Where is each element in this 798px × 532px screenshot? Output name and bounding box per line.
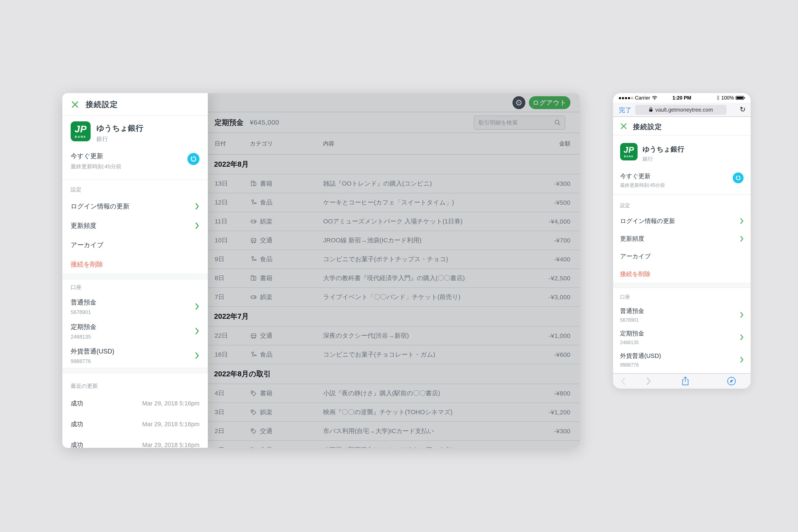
game-controller-icon <box>250 293 257 301</box>
settings-item[interactable]: アーカイブ <box>62 235 208 254</box>
transaction-row[interactable]: 9日 食品 コンビニでお菓子(ポテトチップス・チョコ) -¥400 <box>208 250 580 269</box>
compass-button[interactable] <box>727 377 736 386</box>
transaction-date: 22日 <box>215 331 250 340</box>
tag-icon <box>250 390 257 397</box>
transaction-description: コンビニでお菓子(ポテトチップス・チョコ) <box>323 255 554 264</box>
food-icon <box>250 351 257 358</box>
transaction-category: 書籍 <box>260 389 272 398</box>
transaction-category: 交通 <box>260 331 272 340</box>
transaction-description: コンビニでお菓子(チョコレート・ガム) <box>323 350 554 359</box>
transaction-row[interactable]: 4日 書籍 小説『夜の静けさ』購入(駅前の〇〇書店) -¥800 <box>208 384 580 403</box>
transaction-row[interactable]: 10日 交通 JROO線 新宿→池袋(ICカード利用) -¥700 <box>208 231 580 250</box>
search-input[interactable] <box>474 119 554 126</box>
group-separator <box>62 274 208 279</box>
transaction-row[interactable]: 13日 書籍 雑誌『OOトレンド』の購入(コンビニ) -¥300 <box>208 174 580 193</box>
account-item[interactable]: 外貨普通(USD) 9988776 <box>613 348 750 371</box>
food-icon <box>250 256 257 263</box>
carrier-label: ●●●●○ Carrier <box>619 95 650 101</box>
bank-type: 銀行 <box>96 135 108 143</box>
account-item[interactable]: 外貨普通(USD) 9988776 <box>62 343 208 368</box>
transaction-row[interactable]: 3日 娯楽 映画『〇〇の逆襲』チケット(TOHOシネマズ) -¥1,200 <box>208 403 580 422</box>
book-icon <box>250 180 257 187</box>
settings-item[interactable]: 更新頻度 <box>62 216 208 235</box>
settings-item[interactable]: 接続を削除 <box>613 265 750 283</box>
account-item[interactable]: 定期預金 2468135 <box>613 326 750 348</box>
phone-accounts-list: 普通預金 5678901 定期預金 2468135 外貨普通(USD) <box>613 304 750 371</box>
share-button[interactable] <box>681 376 689 386</box>
tag-icon <box>250 446 257 448</box>
transaction-category: 書籍 <box>260 179 272 188</box>
back-button[interactable] <box>621 377 626 385</box>
settings-item[interactable]: ログイン情報の更新 <box>613 212 750 230</box>
bank-logo: JP BANK <box>71 121 91 141</box>
account-item[interactable]: 定期預金 2468135 <box>62 319 208 343</box>
month-section-header: 2022年8月の取引 <box>208 364 580 384</box>
transaction-description: 深夜のタクシー代(渋谷→新宿) <box>323 331 549 340</box>
chevron-right-icon <box>195 328 199 335</box>
logout-button[interactable]: ログアウト <box>529 96 570 109</box>
settings-list: ログイン情報の更新 更新頻度 アーカイブ <box>62 196 208 274</box>
transaction-row[interactable]: 12日 食品 ケーキとコーヒー(カフェ「スイートタイム」) -¥500 <box>208 193 580 212</box>
chevron-right-icon <box>740 357 744 363</box>
done-button[interactable]: 完了 <box>619 106 631 114</box>
bank-info-block: JP BANK ゆうちょ銀行 銀行 今すぐ更新 最終更新時刻:45分前 <box>62 116 208 180</box>
transaction-row[interactable]: 8日 書籍 大学の教科書『現代経済学入門』の購入(〇〇書店) -¥2,500 <box>208 269 580 288</box>
transaction-category: 書籍 <box>260 274 272 282</box>
transaction-amount: -¥1,000 <box>549 332 570 339</box>
settings-item[interactable]: ログイン情報の更新 <box>62 196 208 216</box>
month-section-header: 2022年8月 <box>208 155 580 174</box>
recent-update-row: 成功 Mar 29, 2018 5:16pm <box>62 414 208 435</box>
chevron-right-icon <box>740 218 744 224</box>
recent-update-row: 成功 Mar 29, 2018 5:16pm <box>62 393 208 414</box>
col-amount: 金額 <box>559 140 570 147</box>
account-item[interactable]: 普通預金 5678901 <box>62 294 208 319</box>
transaction-category: 娯楽 <box>260 408 272 416</box>
transaction-amount: -¥3,000 <box>549 293 570 301</box>
transaction-row[interactable]: 22日 交通 深夜のタクシー代(渋谷→新宿) -¥1,000 <box>208 326 580 345</box>
transaction-row[interactable]: 1日 食品 八百屋で野菜購入(トマト・ほうれん草・人参) -¥500 <box>208 441 580 448</box>
url-bar[interactable]: vault.getmoneytree.com <box>635 105 726 115</box>
battery-icon <box>736 96 745 100</box>
lock-icon <box>649 107 653 112</box>
transaction-description: 小説『夜の静けさ』購入(駅前の〇〇書店) <box>323 389 554 398</box>
bus-icon <box>250 237 257 244</box>
group-separator <box>613 283 750 288</box>
chevron-right-icon <box>195 203 199 210</box>
settings-gear-button[interactable]: ⚙ <box>512 96 525 109</box>
transaction-date: 10日 <box>215 236 250 245</box>
refresh-now-label[interactable]: 今すぐ更新 <box>71 152 103 160</box>
refresh-button[interactable] <box>187 153 200 165</box>
update-status: 成功 <box>71 399 83 408</box>
transaction-date: 11日 <box>215 217 250 226</box>
food-icon <box>250 199 257 206</box>
account-item[interactable]: 普通預金 5678901 <box>613 304 750 326</box>
reload-icon[interactable]: ↻ <box>740 105 746 113</box>
settings-item[interactable]: 接続を削除 <box>62 254 208 274</box>
gear-icon: ⚙ <box>515 98 522 107</box>
settings-section-label: 設定 <box>613 195 750 212</box>
transaction-search-box[interactable] <box>474 116 565 130</box>
transaction-amount: -¥1,200 <box>549 409 570 416</box>
transaction-row[interactable]: 7日 娯楽 ライブイベント「〇〇バンド」チケット(前売り) -¥3,000 <box>208 288 580 307</box>
transaction-row[interactable]: 16日 食品 コンビニでお菓子(チョコレート・ガム) -¥600 <box>208 345 580 364</box>
bank-logo: JP BANK <box>620 143 638 160</box>
close-button[interactable] <box>620 122 627 130</box>
update-time: Mar 29, 2018 5:16pm <box>142 400 200 407</box>
refresh-now-label[interactable]: 今すぐ更新 <box>620 172 650 180</box>
settings-item[interactable]: 更新頻度 <box>613 230 750 247</box>
forward-button[interactable] <box>646 377 651 385</box>
transaction-description: 大学の教科書『現代経済学入門』の購入(〇〇書店) <box>323 274 549 282</box>
close-button[interactable] <box>71 100 79 109</box>
settings-item[interactable]: アーカイブ <box>613 247 750 265</box>
transaction-category: 交通 <box>260 427 272 435</box>
transaction-row[interactable]: 2日 交通 市バス利用(自宅→大学)ICカード支払い -¥300 <box>208 422 580 441</box>
transaction-row[interactable]: 11日 娯楽 OOアミューズメントパーク 入場チケット(1日券) -¥4,000 <box>208 212 580 231</box>
update-time: Mar 29, 2018 5:16pm <box>142 442 200 448</box>
transaction-category: 食品 <box>260 198 272 207</box>
accounts-section-label: 口座 <box>62 279 208 294</box>
tag-icon <box>250 428 257 435</box>
chevron-right-icon <box>740 312 744 318</box>
url-text: vault.getmoneytree.com <box>655 107 713 113</box>
bank-name: ゆうちょ銀行 <box>96 123 143 133</box>
refresh-button[interactable] <box>733 172 744 183</box>
